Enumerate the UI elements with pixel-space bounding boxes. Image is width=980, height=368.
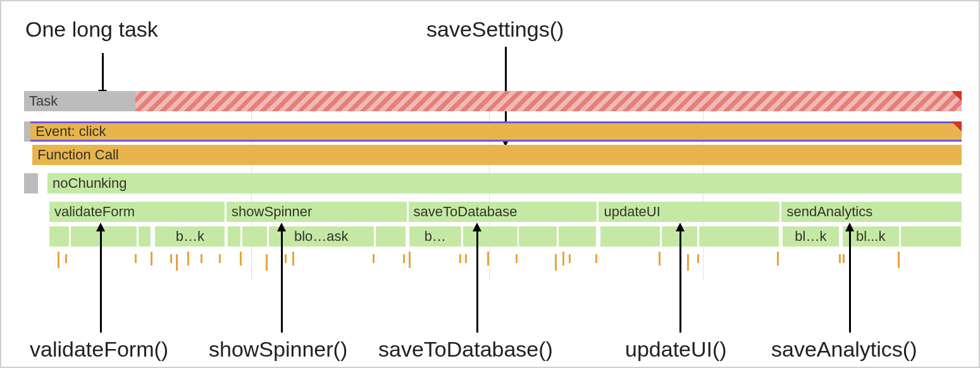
- tick: [266, 254, 268, 271]
- tick: [562, 252, 564, 266]
- nochunking-bar: noChunking: [47, 173, 962, 193]
- tick: [151, 252, 152, 266]
- child-call-updateUI[interactable]: updateUI: [599, 202, 779, 222]
- child-call-saveToDatabase[interactable]: saveToDatabase: [409, 202, 597, 222]
- flame-row-microblocks[interactable]: b…kblo…askb…bl…kbl...k: [24, 226, 962, 247]
- annotation-save-to-database: saveToDatabase(): [378, 336, 553, 362]
- child-call-sendAnalytics[interactable]: sendAnalytics: [781, 202, 962, 222]
- tick: [777, 252, 779, 266]
- tick: [555, 254, 557, 271]
- flame-row-function-call[interactable]: Function Call: [24, 145, 962, 165]
- micro-block-15[interactable]: bl…k: [783, 226, 839, 247]
- nochunking-prefix-grey: [24, 173, 38, 193]
- tick: [176, 254, 178, 271]
- tick: [58, 252, 59, 268]
- tick: [403, 254, 405, 263]
- tick: [839, 254, 841, 263]
- task-bar-slow: [135, 91, 962, 111]
- flame-row-nochunking[interactable]: noChunking: [24, 173, 962, 193]
- event-click-bar: Event: click: [30, 121, 962, 142]
- micro-block-12[interactable]: [600, 226, 659, 247]
- tick: [219, 254, 221, 263]
- child-call-showSpinner[interactable]: showSpinner: [226, 202, 407, 222]
- tick: [843, 254, 845, 263]
- annotation-update-ui: updateUI(): [625, 336, 727, 362]
- tick: [292, 252, 294, 266]
- micro-block-7[interactable]: [376, 226, 406, 247]
- micro-block-4[interactable]: [228, 226, 241, 247]
- annotation-save-settings: saveSettings(): [426, 16, 564, 42]
- tick: [459, 254, 461, 263]
- tick: [170, 254, 172, 263]
- annotation-show-spinner: showSpinner(): [209, 336, 347, 362]
- tick: [373, 254, 375, 263]
- tick: [201, 254, 202, 263]
- event-prefix-grey: [24, 121, 30, 142]
- micro-block-9[interactable]: [463, 226, 518, 247]
- tick: [659, 252, 661, 266]
- tick: [898, 252, 900, 268]
- flame-chart: Task Event: click Function Call noChunki…: [24, 91, 962, 259]
- micro-block-0[interactable]: [49, 226, 69, 247]
- flame-row-children[interactable]: validateFormshowSpinnersaveToDatabaseupd…: [24, 202, 962, 222]
- annotation-one-long-task: One long task: [25, 16, 158, 42]
- tick: [687, 254, 689, 271]
- micro-block-2[interactable]: [139, 226, 151, 247]
- tick: [65, 254, 67, 263]
- tick: [240, 252, 242, 266]
- tick: [465, 254, 467, 263]
- devtools-flamechart-annotated: One long task saveSettings() Task Event:…: [0, 0, 980, 368]
- micro-block-10[interactable]: [519, 226, 556, 247]
- long-event-corner-icon: [952, 121, 962, 132]
- flame-row-event[interactable]: Event: click: [24, 121, 962, 142]
- tick: [285, 254, 287, 263]
- flame-row-task[interactable]: Task: [24, 91, 962, 111]
- annotation-validate-form: validateForm(): [30, 336, 168, 362]
- micro-block-8[interactable]: b…: [409, 226, 461, 247]
- tick: [697, 254, 699, 263]
- function-call-bar: Function Call: [32, 145, 962, 165]
- tick: [595, 254, 597, 263]
- annotation-save-analytics: saveAnalytics(): [771, 336, 917, 362]
- tick: [409, 252, 411, 268]
- flame-row-ticks: [24, 250, 962, 273]
- micro-block-17[interactable]: [901, 226, 961, 247]
- tick: [516, 254, 518, 263]
- child-call-validateForm[interactable]: validateForm: [49, 202, 225, 222]
- micro-block-11[interactable]: [559, 226, 596, 247]
- tick: [569, 254, 571, 263]
- long-task-corner-icon: [952, 91, 962, 101]
- micro-block-14[interactable]: [699, 226, 779, 247]
- task-bar-fast: Task: [24, 91, 135, 111]
- tick: [487, 252, 489, 266]
- micro-block-5[interactable]: [242, 226, 267, 247]
- micro-block-3[interactable]: b…k: [155, 226, 225, 247]
- tick: [187, 252, 189, 266]
- tick: [135, 254, 137, 263]
